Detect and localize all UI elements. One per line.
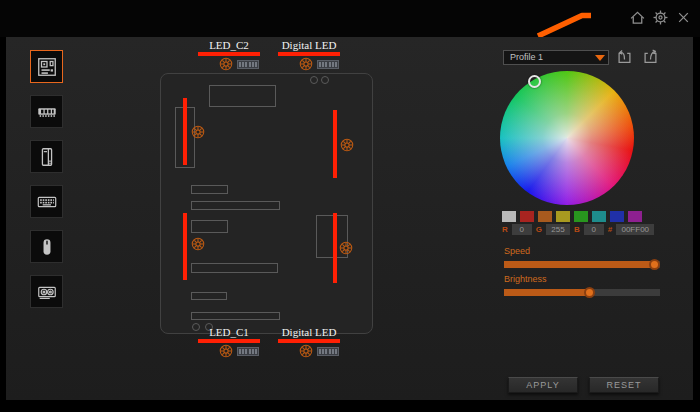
led-strip bbox=[333, 213, 337, 283]
memory-icon bbox=[36, 101, 58, 123]
speed-label: Speed bbox=[504, 246, 530, 256]
zone-underline bbox=[278, 52, 340, 56]
board-mount-hole bbox=[310, 76, 318, 84]
zone-label-digital-led-top: Digital LED bbox=[268, 39, 350, 51]
board-slot bbox=[191, 263, 278, 273]
color-swatch[interactable] bbox=[610, 211, 624, 222]
sidebar-item-keyboard[interactable] bbox=[30, 185, 63, 218]
led-zone-gear-icon[interactable] bbox=[191, 125, 205, 139]
zone-underline bbox=[278, 339, 340, 343]
color-swatch[interactable] bbox=[520, 211, 534, 222]
sidebar-item-motherboard[interactable] bbox=[30, 50, 63, 83]
board-mount-hole bbox=[321, 76, 329, 84]
zone-label-led-c1: LED_C1 bbox=[188, 326, 270, 338]
orange-swoosh-decoration bbox=[0, 0, 700, 40]
color-swatch[interactable] bbox=[538, 211, 552, 222]
apply-button[interactable]: APPLY bbox=[508, 377, 578, 393]
led-zone-gear-icon[interactable] bbox=[191, 237, 205, 251]
sidebar-item-pc-case[interactable] bbox=[30, 140, 63, 173]
zone-label-digital-led-bottom: Digital LED bbox=[268, 326, 350, 338]
color-swatch-row bbox=[502, 211, 642, 222]
graphics-card-icon bbox=[36, 281, 58, 303]
color-swatch[interactable] bbox=[628, 211, 642, 222]
color-swatch[interactable] bbox=[502, 211, 516, 222]
zone-label-led-c2: LED_C2 bbox=[188, 39, 270, 51]
led-strip bbox=[183, 213, 187, 280]
export-profile-icon[interactable] bbox=[641, 47, 660, 65]
brightness-slider-fill bbox=[504, 289, 590, 296]
zone-connector-icon[interactable] bbox=[317, 60, 339, 69]
color-wheel-handle[interactable] bbox=[528, 75, 541, 88]
board-slot bbox=[191, 312, 280, 320]
brightness-slider[interactable] bbox=[504, 289, 660, 296]
reset-button[interactable]: RESET bbox=[589, 377, 659, 393]
zone-gear-icon[interactable] bbox=[219, 57, 233, 71]
rgb-fusion-window: LED_C2 Digital LED LED_C1 Digital LED Pr… bbox=[0, 0, 700, 412]
board-slot bbox=[191, 292, 227, 300]
close-icon[interactable] bbox=[677, 11, 690, 24]
board-slot bbox=[191, 201, 280, 210]
board-slot bbox=[191, 185, 228, 194]
import-profile-icon[interactable] bbox=[615, 47, 634, 65]
zone-gear-icon[interactable] bbox=[299, 57, 313, 71]
g-value-field[interactable]: 255 bbox=[546, 224, 570, 235]
sidebar-item-graphics-card[interactable] bbox=[30, 275, 63, 308]
b-label: B bbox=[574, 225, 580, 234]
zone-connector-icon[interactable] bbox=[237, 60, 259, 69]
color-swatch[interactable] bbox=[574, 211, 588, 222]
brightness-slider-knob[interactable] bbox=[584, 287, 595, 298]
sidebar-item-mouse[interactable] bbox=[30, 230, 63, 263]
keyboard-icon bbox=[36, 191, 58, 213]
settings-gear-icon[interactable] bbox=[652, 9, 669, 26]
chevron-down-icon bbox=[595, 55, 605, 61]
zone-gear-icon[interactable] bbox=[299, 344, 313, 358]
led-zone-gear-icon[interactable] bbox=[339, 241, 353, 255]
r-label: R bbox=[502, 225, 508, 234]
led-zone-gear-icon[interactable] bbox=[340, 138, 354, 152]
profile-dropdown-value: Profile 1 bbox=[510, 52, 543, 62]
zone-connector-icon[interactable] bbox=[237, 347, 259, 356]
speed-slider[interactable] bbox=[504, 261, 660, 268]
zone-underline bbox=[198, 52, 260, 56]
zone-connector-icon[interactable] bbox=[317, 347, 339, 356]
color-swatch[interactable] bbox=[592, 211, 606, 222]
g-label: G bbox=[536, 225, 542, 234]
b-value-field[interactable]: 0 bbox=[584, 224, 604, 235]
pc-case-icon bbox=[36, 146, 58, 168]
title-bar bbox=[0, 0, 700, 37]
led-strip bbox=[183, 98, 187, 165]
home-icon[interactable] bbox=[629, 9, 646, 26]
zone-gear-icon[interactable] bbox=[219, 344, 233, 358]
board-slot bbox=[191, 220, 228, 233]
hex-label: # bbox=[608, 225, 612, 234]
hex-value-field[interactable]: 00FF00 bbox=[616, 224, 654, 235]
r-value-field[interactable]: 0 bbox=[512, 224, 532, 235]
motherboard-icon bbox=[36, 56, 58, 78]
mouse-icon bbox=[36, 236, 58, 258]
zone-underline bbox=[198, 339, 260, 343]
sidebar-item-memory[interactable] bbox=[30, 95, 63, 128]
rgb-value-row: R 0 G 255 B 0 # 00FF00 bbox=[502, 224, 654, 235]
led-strip bbox=[333, 110, 337, 178]
board-cpu-socket bbox=[209, 85, 276, 107]
color-swatch[interactable] bbox=[556, 211, 570, 222]
brightness-label: Brightness bbox=[504, 274, 547, 284]
speed-slider-fill bbox=[504, 261, 655, 268]
profile-dropdown[interactable]: Profile 1 bbox=[503, 50, 609, 65]
color-wheel[interactable] bbox=[500, 71, 634, 205]
